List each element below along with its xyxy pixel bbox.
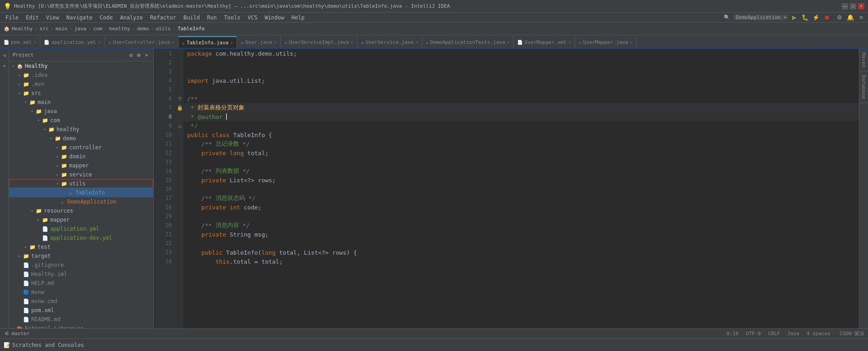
menu-edit[interactable]: Edit bbox=[22, 14, 42, 22]
tab-pom-xml[interactable]: 📄 pom.xml × bbox=[0, 36, 40, 48]
tab-usermapper-xml[interactable]: 📄 UserMapper.xml × bbox=[514, 36, 575, 48]
breadcrumb-healthy2[interactable]: healthy bbox=[109, 26, 130, 32]
menu-navigate[interactable]: Navigate bbox=[63, 14, 96, 22]
tab-pom-close[interactable]: × bbox=[33, 40, 36, 45]
tree-service[interactable]: ▸ 📁 service bbox=[9, 170, 153, 179]
tree-java[interactable]: ▾ 📁 java bbox=[9, 107, 153, 116]
menu-window[interactable]: Window bbox=[261, 14, 288, 22]
debug-button[interactable]: 🐛 bbox=[800, 13, 810, 23]
menu-tools[interactable]: Tools bbox=[221, 14, 244, 22]
breadcrumb-main[interactable]: main bbox=[56, 26, 68, 32]
tab-demotests-close[interactable]: × bbox=[507, 40, 509, 45]
tree-resources-mapper[interactable]: ▸ 📁 mapper bbox=[9, 215, 153, 224]
tree-readme[interactable]: 📄 README.md bbox=[9, 315, 153, 324]
tree-com[interactable]: ▾ 📁 com bbox=[9, 116, 153, 125]
tab-tableinfo[interactable]: ☕ TableInfo.java × bbox=[179, 36, 237, 48]
tab-usercontroller[interactable]: ☕ UserController.java × bbox=[105, 36, 179, 48]
tree-domin[interactable]: ▸ 📁 domin bbox=[9, 152, 153, 161]
tree-healthy-iml[interactable]: 📄 Healthy.iml bbox=[9, 270, 153, 279]
tab-demoapplicationtests[interactable]: ☕ DemoApplicationTests.java × bbox=[422, 36, 514, 48]
tab-application-yml[interactable]: 📄 application.yml × bbox=[40, 36, 104, 48]
menu-refactor[interactable]: Refactor bbox=[146, 14, 180, 22]
structure-icon[interactable]: ≡ bbox=[0, 62, 9, 70]
tree-test[interactable]: ▸ 📁 test bbox=[9, 242, 153, 251]
panel-settings-icon[interactable]: ⚙ bbox=[128, 52, 134, 59]
tab-userservice[interactable]: ☕ UserService.java × bbox=[358, 36, 422, 48]
tree-idea[interactable]: ▸ 📁 .idea bbox=[9, 71, 153, 80]
more-button[interactable]: ≡ bbox=[856, 13, 866, 23]
tab-userservice-close[interactable]: × bbox=[415, 40, 418, 45]
status-lang[interactable]: Java bbox=[785, 331, 801, 337]
tree-controller[interactable]: ▸ 📁 controller bbox=[9, 143, 153, 152]
tree-mvn[interactable]: ▸ 📁 .mvn bbox=[9, 80, 153, 89]
menu-run[interactable]: Run bbox=[203, 14, 221, 22]
menu-build[interactable]: Build bbox=[180, 14, 203, 22]
tree-help-md[interactable]: 📄 HELP.md bbox=[9, 279, 153, 288]
tree-mvnw-cmd[interactable]: 📄 mvnw.cmd bbox=[9, 297, 153, 306]
tab-usermapper-xml-close[interactable]: × bbox=[568, 40, 571, 45]
menu-code[interactable]: Code bbox=[96, 14, 117, 22]
tree-gitignore[interactable]: 📄 .gitignore bbox=[9, 261, 153, 270]
tab-user[interactable]: ☕ User.java × bbox=[237, 36, 281, 48]
tree-pom-xml[interactable]: 📄 pom.xml bbox=[9, 306, 153, 315]
notification-button[interactable]: 🔔 bbox=[845, 13, 855, 23]
tab-usermapper-java[interactable]: ☕ UserMapper.java × bbox=[575, 36, 637, 48]
close-button[interactable]: × bbox=[858, 3, 864, 9]
breadcrumb-com[interactable]: com bbox=[93, 26, 102, 32]
fold-6[interactable]: ▽ bbox=[176, 94, 184, 103]
menu-view[interactable]: View bbox=[42, 14, 63, 22]
tree-utils[interactable]: ▾ 📁 utils bbox=[9, 179, 153, 188]
tree-mvnw[interactable]: 🔵 mvnw bbox=[9, 288, 153, 297]
status-indent[interactable]: 4 spaces bbox=[805, 331, 832, 337]
status-git[interactable]: ⑆ master bbox=[4, 331, 31, 337]
breadcrumb-src[interactable]: src bbox=[40, 26, 49, 32]
breadcrumb-healthy[interactable]: Healthy bbox=[12, 26, 33, 32]
tree-application-dev-yml[interactable]: 📄 application-dev.yml bbox=[9, 233, 153, 242]
search-icon[interactable]: 🔍 bbox=[721, 14, 733, 20]
maximize-button[interactable]: □ bbox=[850, 3, 856, 9]
menu-analyze[interactable]: Analyze bbox=[116, 14, 146, 22]
tree-mapper[interactable]: ▸ 📁 mapper bbox=[9, 161, 153, 170]
run-config-label[interactable]: DemoApplication ▾ bbox=[734, 14, 788, 20]
status-encoding[interactable]: UTF-8 bbox=[744, 331, 763, 337]
tab-usermapper-java-close[interactable]: × bbox=[630, 40, 632, 45]
breadcrumb-tableinfo[interactable]: TableInfo bbox=[178, 26, 205, 32]
tree-tableinfo[interactable]: ☕ TableInfo bbox=[9, 188, 153, 197]
tree-application-yml[interactable]: 📄 application.yml bbox=[9, 224, 153, 233]
project-panel-icon[interactable]: P bbox=[0, 51, 9, 61]
fold-9[interactable]: △ bbox=[176, 121, 184, 130]
menu-file[interactable]: File bbox=[2, 14, 22, 22]
tab-tableinfo-close[interactable]: × bbox=[230, 40, 233, 45]
tree-target[interactable]: ▸ 📁 target bbox=[9, 251, 153, 261]
tab-yml-close[interactable]: × bbox=[98, 40, 101, 45]
status-line-sep[interactable]: CRLF bbox=[766, 331, 782, 337]
right-tab-maven[interactable]: Maven bbox=[859, 49, 868, 71]
tab-user-close[interactable]: × bbox=[274, 40, 277, 45]
title-bar-controls[interactable]: — □ × bbox=[842, 3, 864, 9]
breadcrumb-java[interactable]: java bbox=[74, 26, 86, 32]
run-button[interactable]: ▶ bbox=[789, 13, 799, 23]
code-editor[interactable]: package com.healthy.demo.utils; import j… bbox=[184, 49, 859, 328]
tree-src[interactable]: ▾ 📁 src bbox=[9, 89, 153, 98]
scratches-bottom-label[interactable]: Scratches and Consoles bbox=[12, 342, 84, 348]
tree-healthy[interactable]: ▾ 📁 healthy bbox=[9, 125, 153, 134]
tree-main[interactable]: ▾ 📁 main bbox=[9, 98, 153, 107]
menu-help[interactable]: Help bbox=[288, 14, 308, 22]
tab-usercontroller-close[interactable]: × bbox=[172, 40, 175, 45]
settings-button[interactable]: ⚙ bbox=[835, 13, 844, 23]
right-tab-database[interactable]: Database bbox=[859, 71, 868, 103]
tree-external-libs[interactable]: ▸ 📚 External Libraries bbox=[9, 324, 153, 328]
panel-close-icon[interactable]: × bbox=[144, 52, 150, 59]
breadcrumb-demo[interactable]: demo bbox=[137, 26, 149, 32]
minimize-button[interactable]: — bbox=[842, 3, 848, 9]
menu-vcs[interactable]: VCS bbox=[244, 14, 261, 22]
tree-demoapplication[interactable]: ☕ DemoApplication bbox=[9, 197, 153, 206]
tree-resources[interactable]: ▾ 📁 resources bbox=[9, 206, 153, 215]
tree-root[interactable]: ▾ 🏠 Healthy bbox=[9, 62, 153, 71]
status-line-col[interactable]: 8:16 bbox=[725, 331, 741, 337]
panel-layout-icon[interactable]: ⊞ bbox=[136, 52, 142, 59]
tab-userserviceimpl-close[interactable]: × bbox=[351, 40, 354, 45]
breadcrumb-utils[interactable]: utils bbox=[156, 26, 171, 32]
tab-userserviceimpl[interactable]: ☕ UserServiceImpl.java × bbox=[281, 36, 358, 48]
tree-demo[interactable]: ▾ 📁 demo bbox=[9, 134, 153, 143]
